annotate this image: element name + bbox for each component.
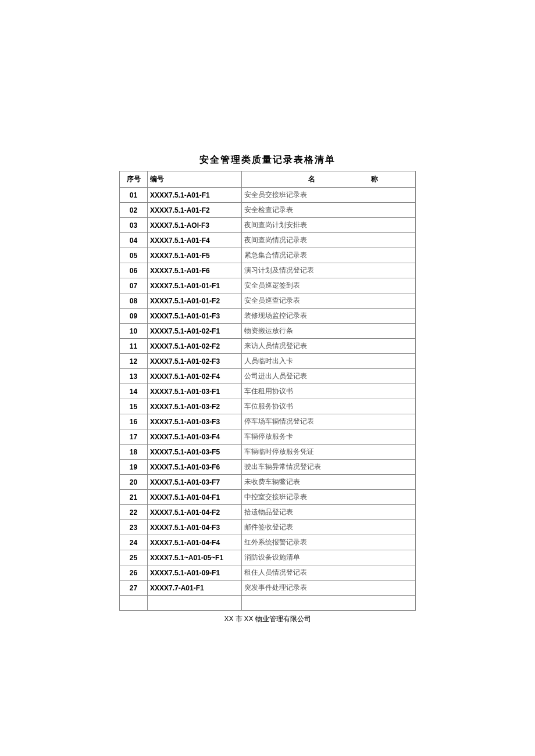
cell-empty <box>148 596 242 611</box>
cell-seq: 15 <box>120 399 148 414</box>
cell-name: 红外系统报警记录表 <box>242 535 416 550</box>
cell-code: XXXX7.5.1-A01-03-F6 <box>148 460 242 475</box>
table-row: 02XXXX7.5.1-A01-F2安全检查记录表 <box>120 203 416 218</box>
cell-code: XXXX7.5.1-A01-03-F5 <box>148 445 242 460</box>
table-row: 14XXXX7.5.1-A01-03-F1车住租用协议书 <box>120 384 416 399</box>
table-row: 11XXXX7.5.1-A01-02-F2来访人员情况登记表 <box>120 339 416 354</box>
table-row: 25XXXX7.5.1~A01-05~F1消防设备设施清单 <box>120 550 416 565</box>
records-table: 序号 编号 名 称 01XXXX7.5.1-A01-F1安全员交接班记录表02X… <box>119 171 416 611</box>
cell-name: 来访人员情况登记表 <box>242 339 416 354</box>
cell-name: 车位服务协议书 <box>242 399 416 414</box>
cell-code: XXXX7.5.1-A01-02-F1 <box>148 324 242 339</box>
cell-name: 人员临时出入卡 <box>242 354 416 369</box>
cell-name: 驶出车辆异常情况登记表 <box>242 460 416 475</box>
cell-seq: 22 <box>120 505 148 520</box>
table-row: 09XXXX7.5.1-A01-01-F3装修现场监控记录表 <box>120 309 416 324</box>
cell-seq: 10 <box>120 324 148 339</box>
cell-seq: 05 <box>120 248 148 263</box>
table-row: 16XXXX7.5.1-A01-03-F3停车场车辆情况登记表 <box>120 414 416 429</box>
table-row: 08XXXX7.5.1-A01-01-F2安全员巡查记录表 <box>120 293 416 309</box>
cell-seq: 07 <box>120 278 148 293</box>
table-row: 12XXXX7.5.1-A01-02-F3人员临时出入卡 <box>120 354 416 369</box>
cell-name: 车住租用协议书 <box>242 384 416 399</box>
table-row: 22XXXX7.5.1-A01-04-F2拾遗物品登记表 <box>120 505 416 520</box>
header-name: 名 称 <box>242 171 416 188</box>
cell-seq: 01 <box>120 188 148 203</box>
cell-seq: 03 <box>120 218 148 233</box>
footer-mid2: 物业管理有限公司 <box>254 615 311 623</box>
cell-name: 停车场车辆情况登记表 <box>242 414 416 429</box>
cell-code: XXXX7.5.1-A01-F2 <box>148 203 242 218</box>
cell-seq: 24 <box>120 535 148 550</box>
cell-seq: 02 <box>120 203 148 218</box>
cell-seq: 04 <box>120 233 148 248</box>
cell-seq: 27 <box>120 581 148 596</box>
cell-seq: 16 <box>120 414 148 429</box>
table-row: 03XXXX7.5.1-AOI-F3夜间查岗计划安排表 <box>120 218 416 233</box>
cell-empty <box>242 596 416 611</box>
table-row: 15XXXX7.5.1-A01-03-F2车位服务协议书 <box>120 399 416 414</box>
cell-code: XXXX7.7-A01-F1 <box>148 581 242 596</box>
table-row: 27XXXX7.7-A01-F1突发事件处理记录表 <box>120 581 416 596</box>
cell-code: XXXX7.5.1-A01-F1 <box>148 188 242 203</box>
cell-name: 安全检查记录表 <box>242 203 416 218</box>
table-row: 17XXXX7.5.1-A01-03-F4车辆停放服务卡 <box>120 429 416 445</box>
table-row: 01XXXX7.5.1-A01-F1安全员交接班记录表 <box>120 188 416 203</box>
cell-code: XXXX7.5.1-A01-02-F3 <box>148 354 242 369</box>
cell-code: XXXX7.5.1-A01-01-F3 <box>148 309 242 324</box>
document-title: 安全管理类质量记录表格清单 <box>199 154 336 166</box>
cell-seq: 19 <box>120 460 148 475</box>
footer-xx2: XX <box>244 615 254 623</box>
cell-code: XXXX7.5.1~A01-05~F1 <box>148 550 242 565</box>
footer-mid1: 市 <box>234 615 244 623</box>
table-row: 10XXXX7.5.1-A01-02-F1物资搬运放行条 <box>120 324 416 339</box>
cell-seq: 18 <box>120 445 148 460</box>
cell-code: XXXX7.5.1-A01-02-F4 <box>148 369 242 384</box>
cell-code: XXXX7.5.1-AOI-F3 <box>148 218 242 233</box>
cell-seq: 14 <box>120 384 148 399</box>
cell-empty <box>120 596 148 611</box>
cell-code: XXXX7.5.1-A01-03-F3 <box>148 414 242 429</box>
header-code: 编号 <box>148 171 242 188</box>
cell-code: XXXX7.5.1-A01-02-F2 <box>148 339 242 354</box>
table-row: 24XXXX7.5.1-A01-04-F4红外系统报警记录表 <box>120 535 416 550</box>
header-name-left: 名 <box>308 174 315 184</box>
cell-name: 安全员交接班记录表 <box>242 188 416 203</box>
table-row: 19XXXX7.5.1-A01-03-F6驶出车辆异常情况登记表 <box>120 460 416 475</box>
cell-seq: 21 <box>120 490 148 505</box>
cell-seq: 09 <box>120 309 148 324</box>
cell-name: 邮件签收登记表 <box>242 520 416 535</box>
footer-xx1: XX <box>224 615 233 623</box>
cell-name: 演习计划及情况登记表 <box>242 263 416 278</box>
cell-name: 拾遗物品登记表 <box>242 505 416 520</box>
cell-seq: 06 <box>120 263 148 278</box>
cell-code: XXXX7.5.1-A01-04-F2 <box>148 505 242 520</box>
cell-seq: 17 <box>120 429 148 445</box>
header-seq: 序号 <box>120 171 148 188</box>
cell-name: 夜间查岗情况记录表 <box>242 233 416 248</box>
table-row: 13XXXX7.5.1-A01-02-F4公司进出人员登记表 <box>120 369 416 384</box>
cell-name: 车辆停放服务卡 <box>242 429 416 445</box>
cell-name: 公司进出人员登记表 <box>242 369 416 384</box>
cell-code: XXXX7.5.1-A01-03-F7 <box>148 475 242 490</box>
cell-name: 紧急集合情况记录表 <box>242 248 416 263</box>
cell-name: 租住人员情况登记表 <box>242 565 416 581</box>
cell-code: XXXX7.5.1-A01-04-F3 <box>148 520 242 535</box>
cell-code: XXXX7.5.1-A01-04-F4 <box>148 535 242 550</box>
cell-name: 中控室交接班记录表 <box>242 490 416 505</box>
cell-seq: 11 <box>120 339 148 354</box>
cell-seq: 20 <box>120 475 148 490</box>
cell-code: XXXX7.5.1-A01-03-F2 <box>148 399 242 414</box>
table-row: 23XXXX7.5.1-A01-04-F3邮件签收登记表 <box>120 520 416 535</box>
cell-name: 安全员巡逻签到表 <box>242 278 416 293</box>
cell-name: 未收费车辆鳖记表 <box>242 475 416 490</box>
table-row: 18XXXX7.5.1-A01-03-F5车辆临时停放服务凭证 <box>120 445 416 460</box>
cell-code: XXXX7.5.1-A01-04-F1 <box>148 490 242 505</box>
cell-code: XXXX7.5.1-A01-03-F1 <box>148 384 242 399</box>
cell-name: 装修现场监控记录表 <box>242 309 416 324</box>
cell-code: XXXX7.5.1-A01-F6 <box>148 263 242 278</box>
cell-seq: 25 <box>120 550 148 565</box>
cell-code: XXXX7.5.1-A01-F5 <box>148 248 242 263</box>
table-row: 21XXXX7.5.1-A01-04-F1中控室交接班记录表 <box>120 490 416 505</box>
table-row: 06XXXX7.5.1-A01-F6演习计划及情况登记表 <box>120 263 416 278</box>
